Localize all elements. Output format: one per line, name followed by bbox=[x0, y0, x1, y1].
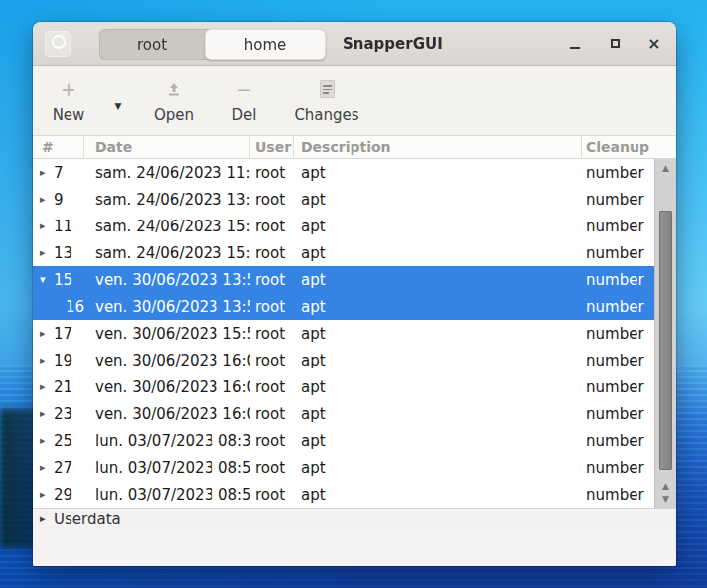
snapshot-number: 13 bbox=[54, 244, 72, 262]
snapshot-number: 23 bbox=[54, 405, 72, 423]
column-header-user[interactable]: User bbox=[250, 136, 294, 158]
snapshot-date: ven. 30/06/2023 16:02 bbox=[84, 378, 250, 396]
row-expander-icon[interactable]: ▾ bbox=[40, 273, 54, 286]
row-expander-icon[interactable]: ▸ bbox=[40, 380, 54, 393]
snapshot-description: apt bbox=[294, 432, 582, 450]
snapshot-cleanup: number bbox=[582, 432, 654, 450]
table-row[interactable]: ▾ 15 ven. 30/06/2023 13:58 root apt numb… bbox=[33, 266, 654, 293]
snapshot-date: lun. 03/07/2023 08:57 bbox=[84, 486, 250, 504]
window-controls: × bbox=[567, 22, 662, 65]
column-header-date[interactable]: Date bbox=[84, 136, 250, 158]
row-expander-icon[interactable]: ▸ bbox=[40, 407, 54, 420]
table-row[interactable]: ▸ 21 ven. 30/06/2023 16:02 root apt numb… bbox=[33, 373, 654, 400]
row-expander-icon[interactable]: ▸ bbox=[40, 488, 54, 501]
plus-icon: + bbox=[40, 75, 97, 103]
snapshot-user: root bbox=[250, 191, 294, 209]
snapshot-number: 16 bbox=[66, 298, 84, 316]
table-row[interactable]: ▸ 29 lun. 03/07/2023 08:57 root apt numb… bbox=[33, 481, 654, 508]
table-row[interactable]: ▸ 13 sam. 24/06/2023 15:20 root apt numb… bbox=[33, 239, 654, 266]
table-row[interactable]: ▸ 23 ven. 30/06/2023 16:02 root apt numb… bbox=[33, 400, 654, 427]
snapshot-user: root bbox=[250, 164, 294, 182]
snapshot-description: apt bbox=[294, 378, 582, 396]
snapshot-cleanup: number bbox=[582, 405, 654, 423]
snapshot-user: root bbox=[250, 378, 294, 396]
scroll-down-icon[interactable]: ▼ bbox=[655, 493, 676, 505]
scrollbar-thumb[interactable] bbox=[659, 211, 672, 470]
minimize-button[interactable] bbox=[567, 36, 583, 52]
changes-button-label: Changes bbox=[286, 106, 367, 124]
row-expander-icon[interactable]: ▸ bbox=[40, 193, 54, 206]
table-row[interactable]: ▸ 17 ven. 30/06/2023 15:59 root apt numb… bbox=[33, 320, 654, 347]
row-expander-icon[interactable]: ▸ bbox=[40, 220, 54, 232]
open-snapshot-button[interactable]: Open bbox=[145, 75, 203, 127]
row-expander-icon[interactable]: ▸ bbox=[40, 434, 54, 447]
snapshot-user: root bbox=[250, 218, 294, 235]
snapshot-user: root bbox=[250, 244, 294, 262]
column-header-description[interactable]: Description bbox=[294, 136, 582, 158]
toolbar: + New ▼ Open − Del bbox=[33, 66, 676, 136]
snapshot-description: apt bbox=[294, 405, 582, 423]
snapshot-user: root bbox=[250, 486, 294, 504]
close-button[interactable]: × bbox=[646, 36, 662, 52]
document-icon bbox=[286, 75, 367, 103]
snapshot-number: 17 bbox=[54, 325, 72, 343]
maximize-button[interactable] bbox=[607, 36, 623, 52]
snapshot-date: ven. 30/06/2023 15:59 bbox=[84, 325, 250, 343]
chevron-down-icon: ▼ bbox=[100, 101, 136, 111]
snapshot-user: root bbox=[250, 459, 294, 477]
snapshot-date: lun. 03/07/2023 08:52 bbox=[84, 459, 250, 477]
del-button-label: Del bbox=[217, 106, 271, 124]
new-dropdown-button[interactable]: ▼ bbox=[100, 75, 136, 127]
scroll-up-icon[interactable]: ▲ bbox=[655, 162, 676, 174]
new-snapshot-button[interactable]: + New bbox=[40, 75, 97, 127]
tab-root[interactable]: root bbox=[99, 29, 205, 60]
snapshot-description: apt bbox=[294, 271, 582, 289]
snapshot-number: 15 bbox=[54, 271, 72, 289]
snapshot-description: apt bbox=[294, 218, 582, 235]
table-row[interactable]: ▸ 27 lun. 03/07/2023 08:52 root apt numb… bbox=[33, 454, 654, 481]
snapshot-cleanup: number bbox=[582, 378, 654, 396]
userdata-expander[interactable]: ▸ Userdata bbox=[33, 508, 676, 529]
changes-button[interactable]: Changes bbox=[286, 75, 367, 127]
new-button-label: New bbox=[40, 106, 97, 124]
tab-home[interactable]: home bbox=[205, 29, 326, 60]
snapshot-number: 19 bbox=[54, 352, 72, 369]
row-expander-icon[interactable]: ▸ bbox=[40, 166, 54, 179]
delete-snapshot-button[interactable]: − Del bbox=[217, 75, 271, 127]
snapshot-cleanup: number bbox=[582, 191, 654, 209]
camera-app-icon bbox=[45, 31, 71, 57]
snapshot-user: root bbox=[250, 352, 294, 369]
snapshot-description: apt bbox=[294, 191, 582, 209]
minus-icon: − bbox=[217, 75, 271, 103]
row-expander-icon[interactable]: ▸ bbox=[40, 327, 54, 340]
row-expander-icon[interactable]: ▸ bbox=[40, 246, 54, 259]
table-row[interactable]: 16 ven. 30/06/2023 13:58 root apt number bbox=[33, 293, 654, 320]
table-row[interactable]: ▸ 9 sam. 24/06/2023 13:04 root apt numbe… bbox=[33, 186, 654, 213]
userdata-panel bbox=[33, 529, 676, 566]
snapshot-cleanup: number bbox=[582, 486, 654, 504]
titlebar[interactable]: root home SnapperGUI × bbox=[33, 22, 676, 66]
snapshot-user: root bbox=[250, 271, 294, 289]
column-header-number[interactable]: # bbox=[33, 136, 84, 158]
row-expander-icon[interactable]: ▸ bbox=[40, 461, 54, 474]
snapshot-cleanup: number bbox=[582, 271, 654, 289]
scroll-up-bottom-icon[interactable]: ▲ bbox=[655, 480, 676, 492]
table-row[interactable]: ▸ 19 ven. 30/06/2023 16:00 root apt numb… bbox=[33, 347, 654, 373]
snapshot-cleanup: number bbox=[582, 298, 654, 316]
column-header-cleanup[interactable]: Cleanup bbox=[582, 136, 676, 158]
window-title: SnapperGUI bbox=[343, 22, 443, 65]
snapshot-list: ▸ 7 sam. 24/06/2023 11:00 root apt numbe… bbox=[33, 159, 654, 508]
snapshot-cleanup: number bbox=[582, 325, 654, 343]
snapshot-number: 29 bbox=[54, 486, 72, 504]
snapshot-number: 11 bbox=[54, 218, 72, 235]
row-expander-icon[interactable]: ▸ bbox=[40, 354, 54, 367]
open-button-label: Open bbox=[145, 106, 203, 124]
table-row[interactable]: ▸ 7 sam. 24/06/2023 11:00 root apt numbe… bbox=[33, 159, 654, 186]
expander-triangle-icon: ▸ bbox=[40, 513, 54, 525]
desktop-background: root home SnapperGUI × + New ▼ bbox=[0, 0, 707, 588]
minimize-icon bbox=[570, 47, 580, 49]
vertical-scrollbar[interactable]: ▲ ▲ ▼ bbox=[654, 159, 676, 508]
table-header: # Date User Description Cleanup bbox=[33, 136, 676, 159]
table-row[interactable]: ▸ 11 sam. 24/06/2023 15:18 root apt numb… bbox=[33, 213, 654, 239]
table-row[interactable]: ▸ 25 lun. 03/07/2023 08:33 root apt numb… bbox=[33, 427, 654, 454]
